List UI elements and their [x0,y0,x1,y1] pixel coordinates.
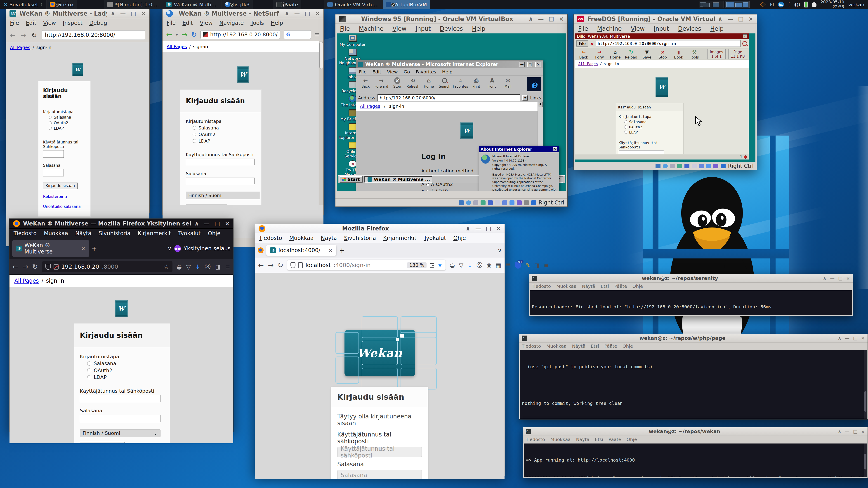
taskbar-virtualbox-manager[interactable]: Oracle VM VirtualBox M... [324,0,383,9]
menu-muokkaa[interactable]: Muokkaa [556,284,577,289]
taskbar-terminal[interactable]: 5 Pääte [273,0,301,9]
title-bar[interactable]: Windows 95 [Running] - Oracle VM Virtual… [336,14,567,24]
radio-icon[interactable] [624,125,627,129]
taskbar-virtualboxvm[interactable]: 2 VirtualBoxVM [383,0,430,9]
maximize-button[interactable]: □ [131,10,136,17]
radio-icon[interactable] [193,126,196,130]
favorites-button[interactable]: ☆Favorites [453,77,468,89]
google-search-box[interactable]: G [284,30,311,39]
shade-button[interactable]: ∧ [838,429,841,434]
language-select[interactable]: Finnish / Suomi [186,192,260,199]
breadcrumb-all-pages-link[interactable]: All Pages [360,103,380,109]
reader-mode-icon[interactable]: ◳ [429,262,435,268]
menu-tyokalut[interactable]: Työkalut [424,235,446,241]
menu-tyokalut[interactable]: Työkalut [178,230,200,236]
menu-favorites[interactable]: Favorites [416,69,436,74]
menu-file[interactable]: File [578,25,588,32]
menu-edit[interactable]: Edit [182,20,193,26]
radio-ldap[interactable]: LDAP [87,375,164,380]
maximize-button[interactable]: □ [549,15,554,22]
minimize-button[interactable]: — [727,15,733,22]
mail-button[interactable]: ✉Mail [500,77,515,89]
menu-inspect[interactable]: Inspect [63,20,83,26]
cd-icon[interactable] [663,164,668,168]
minimize-button[interactable]: — [830,275,835,281]
radio-icon[interactable] [49,116,52,119]
radio-oauth2[interactable]: OAuth2 [49,121,86,125]
minimize-button[interactable]: — [845,429,849,434]
title-bar[interactable]: >_ wekan@z: ~/repos/serenity ∧ — □ × [529,274,852,283]
menu-kirjanmerkit[interactable]: Kirjanmerkit [138,230,171,236]
network-tray-icon[interactable]: ↑↓ [788,2,790,7]
menu-tiedosto[interactable]: Tiedosto [532,284,551,289]
menu-help[interactable]: Help [710,25,723,32]
about-title-bar[interactable]: About Internet Explorer × [479,147,559,152]
usb-icon[interactable] [692,164,697,168]
menu-edit[interactable]: Edit [26,20,36,26]
tab-list-chevron-icon[interactable]: ∨ [167,246,172,252]
reload-icon[interactable]: ↻ [191,31,197,39]
menu-view[interactable]: View [200,20,213,26]
file-button[interactable]: File [577,40,588,46]
menu-tools[interactable]: Tools [250,20,264,26]
title-bar[interactable]: WeKan ® Multiverse - NetSurf ∧ — □ × [162,9,323,18]
menu-debug[interactable]: Debug [89,20,107,26]
tracking-shield-icon[interactable] [45,264,51,270]
card-icon[interactable]: ▤ [505,262,511,269]
new-tab-button[interactable]: + [339,247,345,254]
menu-paate[interactable]: Pääte [609,437,621,442]
shield-settings-icon[interactable]: ▽ [186,263,191,270]
minimize-button[interactable]: — [538,15,544,22]
radio-icon[interactable] [87,368,91,372]
radio-oauth2[interactable]: OAuth2 [87,367,164,373]
recording-icon[interactable] [713,164,718,168]
radio-icon[interactable] [193,139,196,143]
close-button[interactable]: × [496,225,501,232]
maximize-button[interactable]: □ [838,275,842,281]
url-bar[interactable]: 192.168.0.20:8000 ☆ [42,261,173,272]
menu-etsi[interactable]: Etsi [591,344,599,349]
shared-folder-icon[interactable] [699,164,704,168]
close-button[interactable]: × [141,10,146,17]
username-input[interactable] [619,150,664,154]
menu-tiedosto[interactable]: Tiedosto [259,235,282,241]
sponsor-icon[interactable]: Ⓢ [476,261,483,269]
menu-go[interactable]: Go [404,69,410,74]
applications-menu[interactable]: ✕ Sovellukset ⋮ [0,0,46,9]
scrollbar-thumb[interactable] [864,454,866,469]
menu-ohje[interactable]: Ohje [622,344,633,349]
signin-button[interactable]: Kirjaudu sisään [186,204,226,205]
breadcrumb-all-pages-link[interactable]: All Pages [10,45,30,50]
radio-icon[interactable] [87,375,91,379]
menu-help[interactable]: Help [472,25,485,32]
list-menu-icon[interactable]: ≡ [315,31,320,38]
menu-sivuhistoria[interactable]: Sivuhistoria [98,230,130,236]
active-tab[interactable]: W localhost:4000/ × [266,245,336,256]
close-button[interactable]: × [846,275,850,281]
shade-button[interactable]: ∧ [111,10,115,17]
adblock-shield-icon[interactable]: $9+ [515,262,521,269]
network-icon[interactable] [488,200,493,205]
close-button[interactable]: × [225,220,230,227]
notes-tray-icon[interactable] [760,1,766,7]
taskbar-wekan-ladybird[interactable]: W WeKan ® Multiverse - L... [163,0,221,9]
url-input[interactable]: http://192.168.0.20:8000/sign-in [596,40,741,47]
breadcrumb-all-pages-link[interactable]: All Pages [166,44,187,49]
minimize-button[interactable]: — [204,220,210,227]
tracking-shield-icon[interactable] [290,262,296,268]
ie-minimize-button[interactable]: — [519,62,525,67]
reload-button[interactable]: ↻Reload [624,49,638,59]
maximize-button[interactable]: □ [215,220,220,227]
floppy-icon[interactable] [473,200,478,205]
menu-file[interactable]: File [359,69,366,74]
menu-paate[interactable]: Pääte [614,284,627,289]
username-input[interactable] [186,159,254,165]
password-input[interactable]: Salasana [337,470,422,479]
url-bar[interactable]: localhost:4000/sign-in 130 % ◳ ★ [287,260,445,270]
menu-muokkaa[interactable]: Muokkaa [550,437,571,442]
user-menu[interactable]: wekan [848,2,864,7]
terminal-scrollbar[interactable] [864,444,867,477]
radio-icon[interactable] [49,127,52,130]
password-input[interactable] [80,415,160,422]
scroll-up-icon[interactable]: ▲ [538,102,543,107]
